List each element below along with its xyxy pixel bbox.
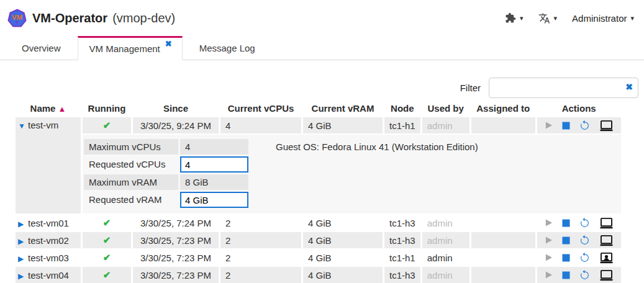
stop-button[interactable] xyxy=(562,236,570,245)
start-button[interactable] xyxy=(545,253,553,262)
svg-text:VM: VM xyxy=(12,12,22,20)
actions-cell xyxy=(542,235,616,246)
stop-button[interactable] xyxy=(562,122,570,130)
assigned-to-value xyxy=(471,232,535,248)
actions-cell xyxy=(542,252,616,264)
column-header-used-by[interactable]: Used by xyxy=(422,100,469,116)
node-value: tc1-h3 xyxy=(384,267,420,283)
console-button[interactable] xyxy=(599,120,614,132)
vcpus-value: 2 xyxy=(220,215,301,231)
start-button[interactable] xyxy=(545,236,553,245)
close-icon[interactable]: ✖ xyxy=(165,39,172,48)
filter-label: Filter xyxy=(460,83,481,93)
vm-name: test-vm04 xyxy=(28,270,69,281)
since-value: 3/30/25, 7:24 PM xyxy=(133,215,219,231)
vm-name: test-vm xyxy=(28,120,58,130)
since-value: 3/30/25, 7:23 PM xyxy=(133,267,219,283)
vm-operator-logo-icon: VM xyxy=(7,9,27,28)
start-button[interactable] xyxy=(545,218,553,227)
vm-name: test-vm02 xyxy=(28,235,69,246)
plugin-menu[interactable]: ▾ xyxy=(505,12,524,24)
property-label: Maximum vCPUs xyxy=(84,139,178,155)
tab-bar: Overview VM Management ✖ Message Log xyxy=(0,36,644,60)
node-value: tc1-h1 xyxy=(384,249,420,266)
assigned-to-value xyxy=(471,117,535,133)
property-value: 8 GiB xyxy=(180,174,248,190)
language-icon xyxy=(538,12,550,24)
running-check-icon: ✔ xyxy=(103,120,111,130)
vram-value: 4 GiB xyxy=(303,267,383,283)
tab-message-log[interactable]: Message Log xyxy=(183,36,272,60)
table-row: ▶test-vm01 ✔ 3/30/25, 7:24 PM 2 4 GiB tc… xyxy=(16,215,621,231)
reset-button[interactable] xyxy=(579,253,590,263)
vm-properties: Maximum vCPUs 4 Requested vCPUs Maximum … xyxy=(84,139,248,208)
used-by-value: admin xyxy=(422,232,469,248)
node-value: tc1-h3 xyxy=(384,232,420,248)
console-button[interactable] xyxy=(599,217,614,229)
used-by-value: admin xyxy=(422,215,469,231)
plugin-icon xyxy=(505,12,516,24)
start-button[interactable] xyxy=(545,121,553,130)
expand-row-icon[interactable]: ▶ xyxy=(18,220,28,228)
used-by-value: admin xyxy=(422,249,469,266)
vcpus-value: 2 xyxy=(220,249,301,266)
tab-label: VM Management xyxy=(89,43,160,54)
running-check-icon: ✔ xyxy=(103,235,111,245)
column-header-current-vcpus[interactable]: Current vCPUs xyxy=(220,100,301,116)
sort-ascending-icon: ▲ xyxy=(58,104,66,114)
collapse-row-icon[interactable]: ▼ xyxy=(18,122,28,130)
console-in-use-button[interactable] xyxy=(599,252,614,264)
user-menu-label: Administrator xyxy=(572,13,627,24)
property-label: Maximum vRAM xyxy=(84,174,178,190)
column-header-node[interactable]: Node xyxy=(384,100,420,116)
requested-vram-input[interactable] xyxy=(180,192,248,208)
vcpus-value: 4 xyxy=(220,117,301,133)
start-button[interactable] xyxy=(545,271,553,279)
tab-overview[interactable]: Overview xyxy=(5,36,78,60)
stop-button[interactable] xyxy=(562,219,570,227)
column-header-since[interactable]: Since xyxy=(133,100,219,116)
filter-box: ✖ xyxy=(489,78,638,98)
reset-button[interactable] xyxy=(579,218,590,228)
vram-value: 4 GiB xyxy=(303,232,383,248)
reset-button[interactable] xyxy=(579,235,590,246)
console-button[interactable] xyxy=(599,269,614,281)
tab-label: Overview xyxy=(22,43,61,53)
chevron-down-icon: ▾ xyxy=(630,15,634,22)
property-label: Requested vRAM xyxy=(84,192,178,207)
column-header-name[interactable]: Name ▲ xyxy=(16,100,81,116)
language-menu[interactable]: ▾ xyxy=(538,12,558,24)
detail-row: Maximum vCPUs 4 Requested vCPUs Maximum … xyxy=(16,135,621,213)
expand-row-icon[interactable]: ▶ xyxy=(18,237,28,246)
column-header-current-vram[interactable]: Current vRAM xyxy=(303,100,383,116)
used-by-value: admin xyxy=(422,117,469,133)
vm-detail-panel: Maximum vCPUs 4 Requested vCPUs Maximum … xyxy=(84,139,615,208)
user-menu[interactable]: Administrator ▾ xyxy=(572,13,634,24)
filter-input[interactable] xyxy=(489,78,638,98)
table-row: ▶test-vm03 ✔ 3/30/25, 7:23 PM 2 4 GiB tc… xyxy=(16,249,621,266)
expand-row-icon[interactable]: ▶ xyxy=(18,272,28,281)
vram-value: 4 GiB xyxy=(303,249,383,266)
running-check-icon: ✔ xyxy=(103,269,111,280)
tab-label: Message Log xyxy=(199,43,255,53)
used-by-value: admin xyxy=(422,267,469,283)
running-check-icon: ✔ xyxy=(103,217,111,228)
chevron-down-icon: ▾ xyxy=(520,15,524,22)
stop-button[interactable] xyxy=(562,271,570,279)
reset-button[interactable] xyxy=(579,270,590,281)
column-header-assigned-to[interactable]: Assigned to xyxy=(471,100,535,116)
reset-button[interactable] xyxy=(579,120,590,131)
tab-vm-management[interactable]: VM Management ✖ xyxy=(78,36,183,60)
guest-os-info: Guest OS: Fedora Linux 41 (Workstation E… xyxy=(276,139,478,152)
filter-bar: Filter ✖ xyxy=(0,60,644,99)
property-label: Requested vCPUs xyxy=(84,156,178,172)
expand-row-icon[interactable]: ▶ xyxy=(18,254,28,263)
node-value: tc1-h1 xyxy=(384,117,420,133)
property-value: 4 xyxy=(180,139,248,155)
console-button[interactable] xyxy=(599,235,614,246)
requested-vcpus-input[interactable] xyxy=(180,156,248,173)
column-header-running[interactable]: Running xyxy=(83,100,131,116)
stop-button[interactable] xyxy=(562,254,570,262)
clear-filter-icon[interactable]: ✖ xyxy=(625,82,633,92)
app-subtitle: (vmop-dev) xyxy=(112,11,175,25)
